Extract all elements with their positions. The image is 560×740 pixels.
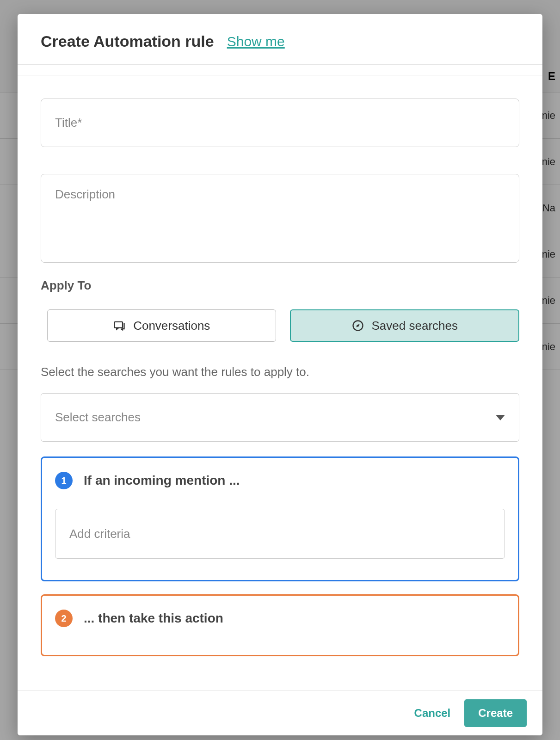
step-2-badge: 2 (55, 610, 73, 627)
svg-rect-0 (115, 322, 123, 328)
title-input[interactable] (41, 99, 519, 147)
apply-to-label: Apply To (41, 278, 519, 293)
dialog-footer: Cancel Create (18, 690, 542, 735)
step-2-action-box: 2 ... then take this action (41, 594, 519, 656)
conversations-icon (113, 319, 126, 332)
dialog-title: Create Automation rule (41, 32, 214, 50)
conversations-label: Conversations (133, 319, 210, 333)
add-criteria-placeholder: Add criteria (69, 527, 130, 541)
select-searches-placeholder: Select searches (55, 410, 141, 425)
step-1-title: If an incoming mention ... (84, 473, 240, 488)
apply-to-conversations-button[interactable]: Conversations (47, 309, 276, 342)
step-2-title: ... then take this action (84, 611, 223, 626)
compass-icon (351, 319, 364, 332)
apply-to-toggle-group: Conversations Saved searches (41, 309, 519, 342)
create-button[interactable]: Create (464, 699, 527, 727)
apply-to-saved-searches-button[interactable]: Saved searches (290, 309, 520, 342)
create-automation-dialog: Create Automation rule Show me Apply To … (18, 14, 542, 735)
step-2-header: 2 ... then take this action (55, 610, 505, 627)
saved-searches-label: Saved searches (372, 319, 458, 333)
select-searches-dropdown[interactable]: Select searches (41, 393, 519, 442)
apply-to-helper-text: Select the searches you want the rules t… (41, 365, 519, 379)
dialog-body: Apply To Conversations (18, 75, 542, 690)
step-1-header: 1 If an incoming mention ... (55, 472, 505, 489)
step-1-condition-box: 1 If an incoming mention ... Add criteri… (41, 456, 519, 581)
chevron-down-icon (496, 415, 505, 420)
dialog-header: Create Automation rule Show me (18, 14, 542, 65)
description-input[interactable] (41, 174, 519, 263)
cancel-button[interactable]: Cancel (414, 707, 451, 720)
step-1-badge: 1 (55, 472, 73, 489)
show-me-link[interactable]: Show me (227, 34, 285, 49)
add-criteria-dropdown[interactable]: Add criteria (55, 509, 505, 559)
